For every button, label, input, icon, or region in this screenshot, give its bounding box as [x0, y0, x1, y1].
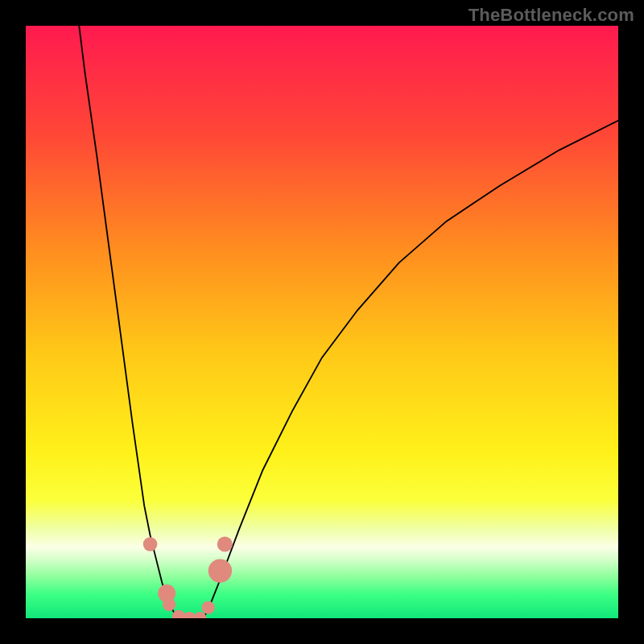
- curve-layer: [26, 26, 618, 618]
- chart-frame: TheBottleneck.com: [0, 0, 644, 644]
- marker-right-dot-mid: [208, 559, 232, 582]
- marker-right-dot-upper: [217, 536, 233, 551]
- marker-right-dot-low: [202, 601, 215, 614]
- left-branch: [79, 26, 180, 618]
- watermark-text: TheBottleneck.com: [469, 5, 634, 26]
- plot-area: [26, 26, 618, 618]
- marker-left-dot-upper: [143, 537, 158, 551]
- marker-left-dot-low: [163, 598, 175, 611]
- right-branch: [204, 121, 618, 618]
- marker-group: [143, 536, 233, 618]
